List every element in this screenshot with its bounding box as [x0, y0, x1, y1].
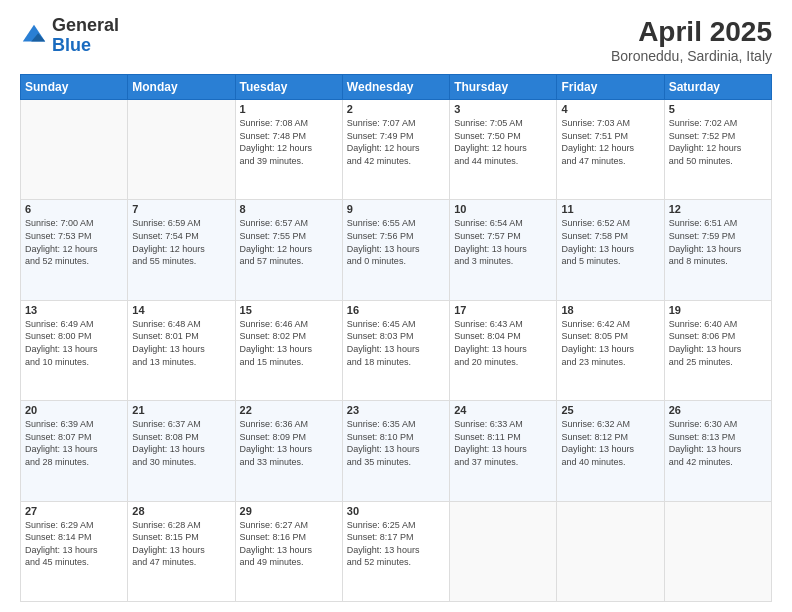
- weekday-header-friday: Friday: [557, 75, 664, 100]
- day-number: 28: [132, 505, 230, 517]
- day-number: 8: [240, 203, 338, 215]
- week-row-3: 20Sunrise: 6:39 AM Sunset: 8:07 PM Dayli…: [21, 401, 772, 501]
- day-info: Sunrise: 6:40 AM Sunset: 8:06 PM Dayligh…: [669, 318, 767, 368]
- day-info: Sunrise: 6:33 AM Sunset: 8:11 PM Dayligh…: [454, 418, 552, 468]
- day-cell: 26Sunrise: 6:30 AM Sunset: 8:13 PM Dayli…: [664, 401, 771, 501]
- day-cell: 7Sunrise: 6:59 AM Sunset: 7:54 PM Daylig…: [128, 200, 235, 300]
- day-info: Sunrise: 6:28 AM Sunset: 8:15 PM Dayligh…: [132, 519, 230, 569]
- logo-icon: [20, 22, 48, 50]
- day-cell: 11Sunrise: 6:52 AM Sunset: 7:58 PM Dayli…: [557, 200, 664, 300]
- day-cell: 2Sunrise: 7:07 AM Sunset: 7:49 PM Daylig…: [342, 100, 449, 200]
- day-number: 15: [240, 304, 338, 316]
- day-cell: 30Sunrise: 6:25 AM Sunset: 8:17 PM Dayli…: [342, 501, 449, 601]
- week-row-1: 6Sunrise: 7:00 AM Sunset: 7:53 PM Daylig…: [21, 200, 772, 300]
- day-info: Sunrise: 6:52 AM Sunset: 7:58 PM Dayligh…: [561, 217, 659, 267]
- weekday-header-wednesday: Wednesday: [342, 75, 449, 100]
- day-cell: 20Sunrise: 6:39 AM Sunset: 8:07 PM Dayli…: [21, 401, 128, 501]
- day-info: Sunrise: 6:54 AM Sunset: 7:57 PM Dayligh…: [454, 217, 552, 267]
- page: General Blue April 2025 Boroneddu, Sardi…: [0, 0, 792, 612]
- day-info: Sunrise: 6:37 AM Sunset: 8:08 PM Dayligh…: [132, 418, 230, 468]
- day-number: 17: [454, 304, 552, 316]
- weekday-header-tuesday: Tuesday: [235, 75, 342, 100]
- day-number: 5: [669, 103, 767, 115]
- weekday-header-thursday: Thursday: [450, 75, 557, 100]
- day-cell: 18Sunrise: 6:42 AM Sunset: 8:05 PM Dayli…: [557, 300, 664, 400]
- day-number: 10: [454, 203, 552, 215]
- day-number: 2: [347, 103, 445, 115]
- day-info: Sunrise: 6:55 AM Sunset: 7:56 PM Dayligh…: [347, 217, 445, 267]
- logo: General Blue: [20, 16, 119, 56]
- day-info: Sunrise: 6:49 AM Sunset: 8:00 PM Dayligh…: [25, 318, 123, 368]
- day-cell: 25Sunrise: 6:32 AM Sunset: 8:12 PM Dayli…: [557, 401, 664, 501]
- weekday-header-monday: Monday: [128, 75, 235, 100]
- day-number: 20: [25, 404, 123, 416]
- day-cell: 4Sunrise: 7:03 AM Sunset: 7:51 PM Daylig…: [557, 100, 664, 200]
- day-cell: 19Sunrise: 6:40 AM Sunset: 8:06 PM Dayli…: [664, 300, 771, 400]
- day-cell: [450, 501, 557, 601]
- logo-text: General Blue: [52, 16, 119, 56]
- day-info: Sunrise: 6:46 AM Sunset: 8:02 PM Dayligh…: [240, 318, 338, 368]
- day-number: 1: [240, 103, 338, 115]
- day-info: Sunrise: 6:51 AM Sunset: 7:59 PM Dayligh…: [669, 217, 767, 267]
- day-number: 29: [240, 505, 338, 517]
- day-number: 23: [347, 404, 445, 416]
- day-info: Sunrise: 6:25 AM Sunset: 8:17 PM Dayligh…: [347, 519, 445, 569]
- day-number: 3: [454, 103, 552, 115]
- day-number: 4: [561, 103, 659, 115]
- day-number: 16: [347, 304, 445, 316]
- day-cell: 21Sunrise: 6:37 AM Sunset: 8:08 PM Dayli…: [128, 401, 235, 501]
- day-cell: 27Sunrise: 6:29 AM Sunset: 8:14 PM Dayli…: [21, 501, 128, 601]
- day-number: 27: [25, 505, 123, 517]
- day-cell: 12Sunrise: 6:51 AM Sunset: 7:59 PM Dayli…: [664, 200, 771, 300]
- day-cell: 10Sunrise: 6:54 AM Sunset: 7:57 PM Dayli…: [450, 200, 557, 300]
- day-number: 18: [561, 304, 659, 316]
- day-cell: 1Sunrise: 7:08 AM Sunset: 7:48 PM Daylig…: [235, 100, 342, 200]
- day-cell: 14Sunrise: 6:48 AM Sunset: 8:01 PM Dayli…: [128, 300, 235, 400]
- day-cell: 8Sunrise: 6:57 AM Sunset: 7:55 PM Daylig…: [235, 200, 342, 300]
- day-info: Sunrise: 6:27 AM Sunset: 8:16 PM Dayligh…: [240, 519, 338, 569]
- day-cell: 17Sunrise: 6:43 AM Sunset: 8:04 PM Dayli…: [450, 300, 557, 400]
- day-info: Sunrise: 6:45 AM Sunset: 8:03 PM Dayligh…: [347, 318, 445, 368]
- day-number: 13: [25, 304, 123, 316]
- day-info: Sunrise: 7:05 AM Sunset: 7:50 PM Dayligh…: [454, 117, 552, 167]
- day-cell: 13Sunrise: 6:49 AM Sunset: 8:00 PM Dayli…: [21, 300, 128, 400]
- day-cell: 23Sunrise: 6:35 AM Sunset: 8:10 PM Dayli…: [342, 401, 449, 501]
- day-info: Sunrise: 7:03 AM Sunset: 7:51 PM Dayligh…: [561, 117, 659, 167]
- day-number: 22: [240, 404, 338, 416]
- day-info: Sunrise: 6:32 AM Sunset: 8:12 PM Dayligh…: [561, 418, 659, 468]
- day-number: 24: [454, 404, 552, 416]
- day-info: Sunrise: 6:36 AM Sunset: 8:09 PM Dayligh…: [240, 418, 338, 468]
- day-info: Sunrise: 6:42 AM Sunset: 8:05 PM Dayligh…: [561, 318, 659, 368]
- day-cell: [21, 100, 128, 200]
- weekday-header-row: SundayMondayTuesdayWednesdayThursdayFrid…: [21, 75, 772, 100]
- day-number: 30: [347, 505, 445, 517]
- day-number: 19: [669, 304, 767, 316]
- day-cell: 22Sunrise: 6:36 AM Sunset: 8:09 PM Dayli…: [235, 401, 342, 501]
- day-cell: 24Sunrise: 6:33 AM Sunset: 8:11 PM Dayli…: [450, 401, 557, 501]
- logo-general: General: [52, 15, 119, 35]
- weekday-header-saturday: Saturday: [664, 75, 771, 100]
- day-info: Sunrise: 6:48 AM Sunset: 8:01 PM Dayligh…: [132, 318, 230, 368]
- day-info: Sunrise: 7:00 AM Sunset: 7:53 PM Dayligh…: [25, 217, 123, 267]
- day-cell: 3Sunrise: 7:05 AM Sunset: 7:50 PM Daylig…: [450, 100, 557, 200]
- day-cell: [664, 501, 771, 601]
- day-info: Sunrise: 6:35 AM Sunset: 8:10 PM Dayligh…: [347, 418, 445, 468]
- week-row-4: 27Sunrise: 6:29 AM Sunset: 8:14 PM Dayli…: [21, 501, 772, 601]
- day-info: Sunrise: 6:59 AM Sunset: 7:54 PM Dayligh…: [132, 217, 230, 267]
- subtitle: Boroneddu, Sardinia, Italy: [611, 48, 772, 64]
- day-cell: 28Sunrise: 6:28 AM Sunset: 8:15 PM Dayli…: [128, 501, 235, 601]
- day-cell: [557, 501, 664, 601]
- day-cell: 15Sunrise: 6:46 AM Sunset: 8:02 PM Dayli…: [235, 300, 342, 400]
- day-number: 26: [669, 404, 767, 416]
- day-info: Sunrise: 6:29 AM Sunset: 8:14 PM Dayligh…: [25, 519, 123, 569]
- day-number: 11: [561, 203, 659, 215]
- day-cell: [128, 100, 235, 200]
- day-info: Sunrise: 6:57 AM Sunset: 7:55 PM Dayligh…: [240, 217, 338, 267]
- day-info: Sunrise: 6:43 AM Sunset: 8:04 PM Dayligh…: [454, 318, 552, 368]
- day-info: Sunrise: 7:08 AM Sunset: 7:48 PM Dayligh…: [240, 117, 338, 167]
- day-cell: 5Sunrise: 7:02 AM Sunset: 7:52 PM Daylig…: [664, 100, 771, 200]
- week-row-0: 1Sunrise: 7:08 AM Sunset: 7:48 PM Daylig…: [21, 100, 772, 200]
- day-number: 9: [347, 203, 445, 215]
- day-number: 25: [561, 404, 659, 416]
- month-title: April 2025: [611, 16, 772, 48]
